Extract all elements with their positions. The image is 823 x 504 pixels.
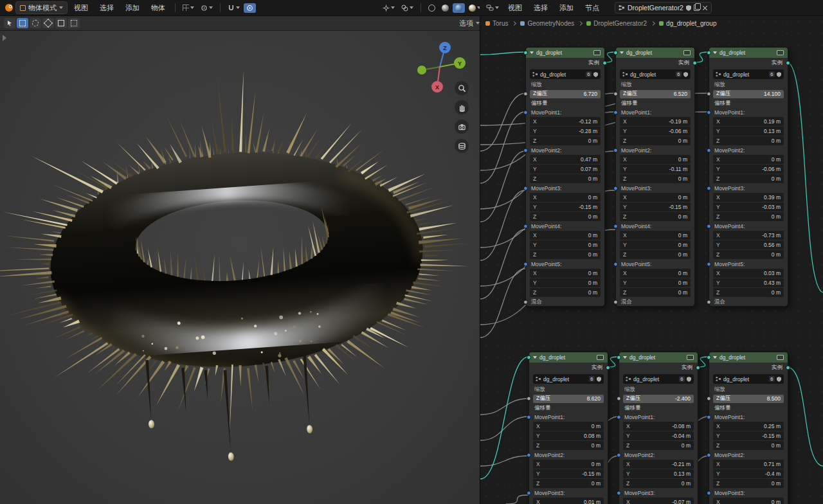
vector-y-field[interactable]: Y -0.28 m	[530, 127, 601, 136]
shield-icon[interactable]	[597, 377, 601, 382]
node-header[interactable]: dg_droplet	[616, 48, 694, 58]
vector-y-field[interactable]: Y -0.15 m	[713, 431, 784, 440]
collapse-chevron-icon[interactable]	[713, 356, 717, 359]
vector-x-field[interactable]: X 0.71 m	[713, 460, 784, 469]
instance-output-socket[interactable]	[786, 366, 790, 370]
value-input-socket[interactable]	[523, 300, 528, 304]
node-header[interactable]: dg_droplet	[709, 48, 788, 58]
z-bias-slider[interactable]: Z偏压 -2.400	[623, 395, 694, 403]
vector-input-socket[interactable]	[707, 415, 711, 419]
shading-material-button[interactable]	[453, 3, 465, 13]
vector-x-field[interactable]: X 0 m	[713, 155, 784, 164]
vector-input-socket[interactable]	[527, 415, 531, 419]
vector-z-field[interactable]: Z 0 m	[530, 212, 601, 221]
menu-select[interactable]: 选择	[95, 2, 119, 14]
value-input-socket[interactable]	[527, 397, 531, 401]
vector-y-field[interactable]: Y 0.43 m	[713, 278, 784, 287]
active-tool-button[interactable]	[4, 18, 15, 28]
vector-input-socket[interactable]	[617, 415, 621, 419]
node-group-selector[interactable]: dg_droplet 6	[713, 374, 784, 384]
breadcrumb-object[interactable]: Torus	[493, 20, 508, 27]
node-editor-canvas[interactable]: Torus GeometryNodes DropletGenerator2 dg…	[480, 16, 823, 504]
proportional-edit-toggle[interactable]	[244, 3, 256, 13]
vector-input-socket[interactable]	[707, 148, 711, 152]
z-bias-slider[interactable]: Z偏压 6.720	[530, 90, 601, 98]
vector-x-field[interactable]: X 0 m	[530, 269, 601, 278]
select-mode-lasso-button[interactable]	[42, 18, 54, 28]
viewport-display-icon[interactable]	[593, 50, 601, 55]
value-input-socket[interactable]	[707, 92, 711, 96]
vector-y-field[interactable]: Y 0.13 m	[623, 469, 694, 478]
vector-input-socket[interactable]	[707, 453, 711, 457]
vector-input-socket[interactable]	[613, 148, 618, 152]
vector-input-socket[interactable]	[617, 491, 621, 495]
new-copy-icon[interactable]	[694, 4, 700, 11]
breadcrumb-nodegroup[interactable]: dg_droplet_group	[666, 20, 716, 27]
vector-input-socket[interactable]	[523, 262, 528, 266]
vector-y-field[interactable]: Y -0.03 m	[713, 203, 784, 212]
vector-y-field[interactable]: Y -0.11 m	[620, 165, 691, 174]
vector-y-field[interactable]: Y -0.15 m	[530, 203, 601, 212]
overlays-toggle[interactable]	[399, 3, 416, 13]
vector-y-field[interactable]: Y 0.13 m	[713, 127, 784, 136]
show-gizmo-toggle[interactable]	[380, 3, 397, 13]
vector-input-socket[interactable]	[707, 224, 711, 228]
geometry-input-socket[interactable]	[527, 356, 531, 360]
z-bias-slider[interactable]: Z偏压 8.620	[533, 395, 604, 403]
geometry-input-socket[interactable]	[613, 51, 618, 55]
blender-logo-icon[interactable]	[4, 3, 14, 13]
select-mode-subtract-button[interactable]	[68, 18, 80, 28]
vector-x-field[interactable]: X 0.01 m	[533, 498, 604, 504]
node-group-selector[interactable]: dg_droplet 6	[620, 69, 691, 79]
vector-x-field[interactable]: X -0.12 m	[530, 117, 601, 126]
transform-orientation-dropdown[interactable]	[180, 3, 197, 12]
vector-z-field[interactable]: Z 0 m	[713, 441, 784, 450]
instance-output-socket[interactable]	[602, 61, 607, 66]
vector-x-field[interactable]: X -0.19 m	[620, 117, 691, 126]
value-input-socket[interactable]	[707, 300, 711, 304]
instance-output-socket[interactable]	[606, 366, 610, 370]
vector-z-field[interactable]: Z 0 m	[620, 136, 691, 145]
vector-y-field[interactable]: Y -0.15 m	[533, 469, 604, 478]
vector-y-field[interactable]: Y -0.06 m	[620, 127, 691, 136]
zoom-button[interactable]	[455, 81, 469, 95]
vector-input-socket[interactable]	[707, 110, 711, 114]
vector-x-field[interactable]: X 0 m	[620, 269, 691, 278]
unlink-icon[interactable]	[702, 5, 708, 11]
node-dg-droplet-2[interactable]: dg_droplet 实例 dg_droplet 6 缩放 Z偏压	[615, 47, 695, 307]
vector-z-field[interactable]: Z 0 m	[713, 479, 784, 488]
viewport-display-icon[interactable]	[683, 50, 691, 55]
viewport-display-icon[interactable]	[597, 355, 604, 360]
menu-add[interactable]: 添加	[554, 2, 579, 14]
vector-x-field[interactable]: X 0 m	[530, 231, 601, 240]
vector-input-socket[interactable]	[523, 224, 528, 228]
vector-input-socket[interactable]	[613, 186, 618, 190]
vector-y-field[interactable]: Y 0.08 m	[533, 431, 604, 440]
vector-y-field[interactable]: Y 0 m	[620, 240, 691, 249]
viewport-display-icon[interactable]	[777, 355, 784, 360]
geometry-input-socket[interactable]	[617, 356, 621, 360]
node-dg-droplet-6[interactable]: dg_droplet 实例 dg_droplet 6 缩放 Z偏压	[709, 352, 788, 504]
vector-x-field[interactable]: X 0.39 m	[713, 193, 784, 202]
shading-solid-button[interactable]	[439, 3, 451, 13]
vector-y-field[interactable]: Y -0.15 m	[620, 203, 691, 212]
snap-toggle[interactable]	[225, 3, 242, 13]
collapse-chevron-icon[interactable]	[533, 356, 537, 359]
z-bias-slider[interactable]: Z偏压 14.100	[713, 90, 784, 98]
shield-icon[interactable]	[777, 377, 781, 382]
toolbar-expand-arrow-icon[interactable]	[3, 35, 6, 41]
vector-z-field[interactable]: Z 0 m	[530, 250, 601, 259]
value-input-socket[interactable]	[523, 92, 528, 96]
node-dg-droplet-5[interactable]: dg_droplet 实例 dg_droplet 6 缩放 Z偏压	[619, 352, 698, 504]
menu-object[interactable]: 物体	[146, 2, 170, 14]
vector-input-socket[interactable]	[523, 186, 528, 190]
vector-z-field[interactable]: Z 0 m	[623, 479, 694, 488]
node-group-selector[interactable]: dg_droplet 6	[713, 69, 784, 79]
vector-input-socket[interactable]	[613, 262, 618, 266]
vector-z-field[interactable]: Z 0 m	[620, 174, 691, 183]
shading-wireframe-button[interactable]	[426, 3, 438, 13]
shield-icon[interactable]	[683, 72, 688, 77]
menu-view[interactable]: 视图	[69, 2, 93, 14]
vector-z-field[interactable]: Z 0 m	[713, 174, 784, 183]
vector-z-field[interactable]: Z 0 m	[620, 250, 691, 259]
